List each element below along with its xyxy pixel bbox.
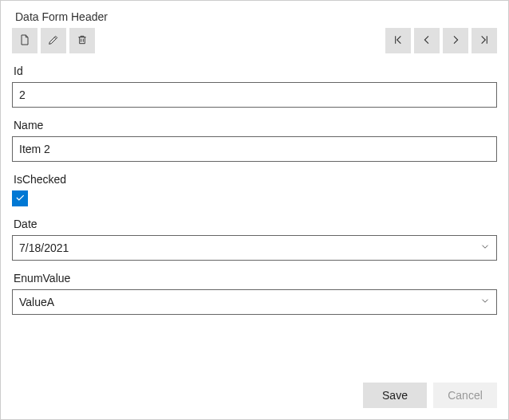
date-value: 7/18/2021 [19,241,69,254]
last-button[interactable] [472,28,497,53]
date-picker[interactable]: 7/18/2021 [12,235,497,261]
edit-buttons [12,28,95,53]
toolbar [12,28,497,53]
footer-buttons: Save Cancel [363,383,497,408]
check-icon [14,192,26,206]
field-ischecked: IsChecked [12,173,497,206]
chevron-left-icon [420,33,433,49]
document-icon [18,33,31,49]
nav-buttons [385,28,497,53]
next-button[interactable] [443,28,468,53]
edit-button[interactable] [41,28,66,53]
name-input[interactable] [12,136,497,162]
field-name: Name [12,119,497,162]
field-id: Id [12,65,497,108]
field-enumvalue: EnumValue ValueA [12,272,497,315]
name-label: Name [12,119,497,131]
trash-icon [76,33,89,49]
ischecked-checkbox[interactable] [12,190,28,206]
prev-button[interactable] [414,28,440,53]
chevron-first-icon [392,33,404,49]
date-label: Date [12,218,497,230]
chevron-right-icon [449,33,462,49]
cancel-button[interactable]: Cancel [433,383,497,408]
first-button[interactable] [385,28,411,53]
field-date: Date 7/18/2021 [12,218,497,261]
enumvalue-label: EnumValue [12,272,497,285]
enumvalue-select[interactable]: ValueA [12,289,497,315]
ischecked-label: IsChecked [12,173,497,186]
id-label: Id [12,65,497,77]
data-form-window: Data Form Header [0,0,509,420]
form-header-title: Data Form Header [12,7,497,28]
save-button[interactable]: Save [363,383,427,408]
id-input[interactable] [12,82,497,108]
chevron-last-icon [478,33,491,49]
new-button[interactable] [12,28,37,53]
enumvalue-value: ValueA [19,296,54,308]
pencil-icon [47,33,60,49]
delete-button[interactable] [69,28,95,53]
